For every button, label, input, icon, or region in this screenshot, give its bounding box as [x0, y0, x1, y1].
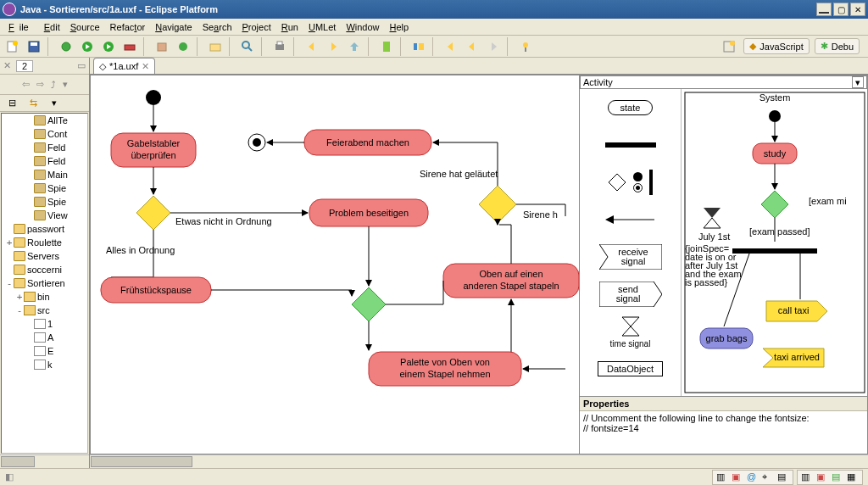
- tree-item[interactable]: Spie: [2, 181, 87, 195]
- tree-item[interactable]: Servers: [2, 249, 87, 263]
- minimize-button[interactable]: [816, 3, 832, 16]
- nav-back-icon[interactable]: ⇦: [22, 79, 30, 90]
- tree-twist-icon[interactable]: -: [5, 278, 14, 289]
- close-button[interactable]: ✕: [850, 3, 865, 16]
- menu-run[interactable]: Run: [276, 20, 303, 34]
- tree-item[interactable]: Main: [2, 168, 87, 181]
- menu-edit[interactable]: Edit: [39, 20, 65, 34]
- save-button[interactable]: [25, 37, 43, 56]
- tree-item[interactable]: AllTe: [2, 114, 87, 127]
- nav-up-icon[interactable]: ⤴: [51, 80, 56, 90]
- tray-icon-search[interactable]: ⌖: [762, 471, 774, 483]
- filter-icon[interactable]: ▾: [45, 94, 64, 113]
- palette-send-signal[interactable]: sendsignal: [580, 276, 681, 313]
- new-package-button[interactable]: [153, 37, 171, 56]
- maximize-button[interactable]: ▢: [833, 3, 849, 16]
- run-button[interactable]: [78, 37, 97, 56]
- fast-view-icon[interactable]: ◧: [5, 471, 14, 482]
- tree-item[interactable]: Feld: [2, 141, 87, 154]
- umlet-canvas[interactable]: Gabelstablerüberprüfen Etwas nicht in Or…: [90, 75, 868, 454]
- palette-dropdown-icon[interactable]: ▾: [852, 76, 864, 88]
- new-class-button[interactable]: [174, 37, 192, 56]
- palette-state[interactable]: state: [580, 89, 681, 126]
- tray-icon-console[interactable]: ▥: [716, 471, 728, 483]
- tree-item[interactable]: -src: [2, 304, 87, 317]
- tree-item[interactable]: Feld: [2, 154, 87, 168]
- nav-up-button[interactable]: [345, 37, 364, 56]
- tray-icon-doc[interactable]: ▦: [847, 471, 859, 483]
- print-button[interactable]: [270, 37, 289, 56]
- palette-arrow[interactable]: [580, 201, 681, 238]
- tray-icon-at[interactable]: @: [747, 471, 759, 483]
- tray-icon-outline[interactable]: ▥: [801, 471, 813, 483]
- editor-tab-1a-uxf[interactable]: ◇ *1a.uxf ✕: [93, 58, 155, 74]
- perspective-debug[interactable]: ✱Debu: [815, 38, 860, 54]
- tree-item[interactable]: soccerni: [2, 263, 87, 276]
- package-explorer-tree[interactable]: AllTeContFeldFeldMainSpieSpieViewpasswor…: [1, 113, 88, 454]
- menu-window[interactable]: Window: [341, 20, 384, 34]
- menu-help[interactable]: Help: [385, 20, 415, 34]
- open-perspective-button[interactable]: [720, 37, 738, 56]
- search-button[interactable]: [238, 37, 257, 56]
- menu-refactor[interactable]: Refactor: [105, 20, 151, 34]
- menu-project[interactable]: Project: [237, 20, 276, 34]
- tray-icon-progress[interactable]: ▤: [777, 471, 789, 483]
- tree-item[interactable]: -Sortieren: [2, 276, 87, 290]
- palette-symbols[interactable]: [580, 164, 681, 201]
- tab-close-icon[interactable]: ✕: [142, 61, 149, 72]
- trim-group-2[interactable]: ▥ ▣ ▤ ▦: [797, 470, 863, 485]
- tree-item[interactable]: +bin: [2, 290, 87, 304]
- fastview-close-icon[interactable]: ✕: [3, 60, 11, 71]
- collapse-all-icon[interactable]: ⊟: [3, 94, 21, 113]
- last-edit-location-button[interactable]: [442, 37, 460, 56]
- history-back-button[interactable]: [463, 37, 481, 56]
- menu-search[interactable]: Search: [198, 20, 237, 34]
- tree-item[interactable]: Spie: [2, 195, 87, 209]
- trim-group-1[interactable]: ▥ ▣ @ ⌖ ▤: [712, 470, 793, 485]
- open-type-button[interactable]: [206, 37, 225, 56]
- tree-item[interactable]: passwort: [2, 222, 87, 236]
- history-forward-button[interactable]: [484, 37, 503, 56]
- palette-time-signal[interactable]: time signal: [580, 313, 681, 350]
- toggle-breadcrumb-button[interactable]: [409, 37, 428, 56]
- link-editor-icon[interactable]: ⇆: [24, 94, 42, 113]
- tree-item[interactable]: A: [2, 331, 87, 344]
- nav-back-button[interactable]: [303, 37, 321, 56]
- menu-file[interactable]: File: [3, 20, 39, 34]
- tree-item[interactable]: k: [2, 358, 87, 371]
- nav-forward-button[interactable]: [324, 37, 342, 56]
- new-button[interactable]: [3, 37, 22, 56]
- perspective-javascript[interactable]: ◆JavaScript: [743, 38, 809, 54]
- pin-editor-button[interactable]: [516, 37, 535, 56]
- tree-item[interactable]: +Roulette: [2, 236, 87, 249]
- tray-icon-declare[interactable]: ▤: [832, 471, 843, 483]
- menu-umlet[interactable]: UMLet: [303, 20, 341, 34]
- palette-bar[interactable]: [580, 126, 681, 164]
- palette-shape-list[interactable]: state receivesignal sendsignal time sign…: [580, 89, 682, 396]
- tree-hscroll[interactable]: [0, 454, 89, 468]
- run-last-button[interactable]: [99, 37, 118, 56]
- tree-item[interactable]: Cont: [2, 127, 87, 141]
- menu-navigate[interactable]: Navigate: [150, 20, 197, 34]
- nav-fwd-icon[interactable]: ⇨: [36, 79, 44, 90]
- tree-item[interactable]: View: [2, 209, 87, 222]
- tree-twist-icon[interactable]: +: [15, 292, 24, 303]
- menu-source[interactable]: Source: [65, 20, 105, 34]
- fastview-page[interactable]: 2: [16, 60, 33, 72]
- tree-twist-icon[interactable]: +: [5, 237, 14, 248]
- bookmark-button[interactable]: [377, 37, 396, 56]
- tray-icon-problems[interactable]: ▣: [816, 471, 828, 483]
- tree-twist-icon[interactable]: -: [15, 305, 24, 316]
- nav-menu-icon[interactable]: ▾: [63, 79, 68, 90]
- fastview-max-icon[interactable]: ▭: [77, 60, 86, 71]
- editor-hscroll[interactable]: [90, 454, 868, 468]
- tree-item[interactable]: 1: [2, 317, 87, 331]
- external-tools-button[interactable]: [120, 37, 139, 56]
- palette-dataobject[interactable]: DataObject: [580, 350, 681, 387]
- properties-text[interactable]: // Uncomment the following line to chang…: [580, 411, 867, 454]
- debug-button[interactable]: [57, 37, 75, 56]
- tree-item[interactable]: E: [2, 344, 87, 358]
- tray-icon-tasks[interactable]: ▣: [732, 471, 743, 483]
- palette-receive-signal[interactable]: receivesignal: [580, 238, 681, 276]
- palette-preview[interactable]: System study [exam mi [exam passed]: [682, 89, 867, 396]
